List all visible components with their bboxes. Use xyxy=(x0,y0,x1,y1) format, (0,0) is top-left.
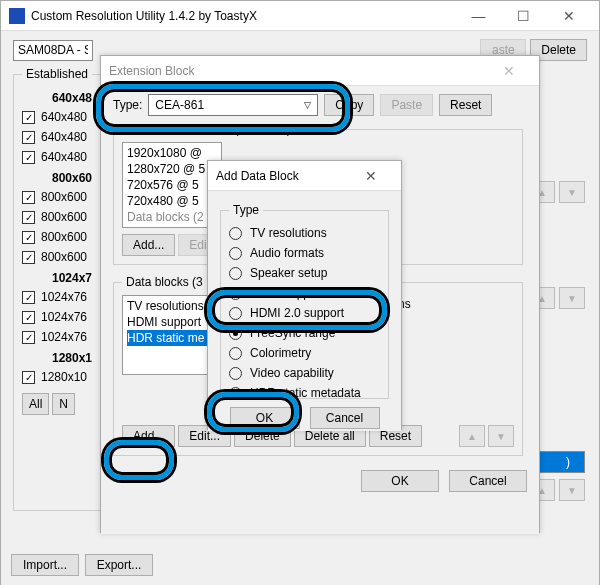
radio-label: FreeSync range xyxy=(250,326,335,340)
checkbox[interactable]: ✓ xyxy=(22,151,35,164)
checkbox[interactable]: ✓ xyxy=(22,311,35,324)
checkbox[interactable]: ✓ xyxy=(22,371,35,384)
chevron-down-icon: ▽ xyxy=(304,100,311,110)
radio-label: TV resolutions xyxy=(250,226,327,240)
checkbox[interactable]: ✓ xyxy=(22,111,35,124)
est-label: 640x480 xyxy=(41,110,87,124)
est-label: 640x480 xyxy=(41,150,87,164)
ext-title: Extension Block xyxy=(109,64,486,78)
est-label: 800x600 xyxy=(41,210,87,224)
radio-label: Audio formats xyxy=(250,246,324,260)
est-header: 1280x1 xyxy=(22,351,92,365)
down-arrow[interactable]: ▼ xyxy=(559,181,585,203)
radio-hdr-static-metadata[interactable]: HDR static metadata xyxy=(229,383,380,403)
detres-legend: Detailed resolutions (1 slot left) xyxy=(122,122,295,136)
est-label: 800x600 xyxy=(41,250,87,264)
ext-close-button[interactable]: ✕ xyxy=(486,57,531,85)
checkbox[interactable]: ✓ xyxy=(22,131,35,144)
copy-button[interactable]: Copy xyxy=(324,94,374,116)
radio-hdmi-support[interactable]: HDMI support xyxy=(229,283,380,303)
established-fieldset: Established 640x48✓640x480✓640x480✓640x4… xyxy=(13,67,101,511)
addblock-title: Add Data Block xyxy=(216,169,348,183)
est-label: 1280x10 xyxy=(41,370,87,384)
app-icon xyxy=(9,8,25,24)
detres-item[interactable]: 1920x1080 @ xyxy=(127,145,217,161)
radio-label: Colorimetry xyxy=(250,346,311,360)
est-label: 1024x76 xyxy=(41,330,87,344)
import-button[interactable]: Import... xyxy=(11,554,79,576)
db-up[interactable]: ▲ xyxy=(459,425,485,447)
main-titlebar: Custom Resolution Utility 1.4.2 by Toast… xyxy=(1,1,599,31)
ext-cancel[interactable]: Cancel xyxy=(449,470,527,492)
radio-label: Video capability xyxy=(250,366,334,380)
reset-button[interactable]: Reset xyxy=(439,94,492,116)
type-fieldset: Type TV resolutionsAudio formatsSpeaker … xyxy=(220,203,389,399)
addblock-ok[interactable]: OK xyxy=(230,407,300,429)
radio-tv-resolutions[interactable]: TV resolutions xyxy=(229,223,380,243)
radio-freesync-range[interactable]: FreeSync range xyxy=(229,323,380,343)
est-header: 1024x7 xyxy=(22,271,92,285)
radio-label: HDR static metadata xyxy=(250,386,361,400)
db-item[interactable]: HDMI support xyxy=(127,314,211,330)
radio-label: Speaker setup xyxy=(250,266,327,280)
est-header: 640x48 xyxy=(22,91,92,105)
n-button[interactable]: N xyxy=(52,393,75,415)
radio-speaker-setup[interactable]: Speaker setup xyxy=(229,263,380,283)
checkbox[interactable]: ✓ xyxy=(22,251,35,264)
radio-video-capability[interactable]: Video capability xyxy=(229,363,380,383)
radio-colorimetry[interactable]: Colorimetry xyxy=(229,343,380,363)
type-label: Type: xyxy=(113,98,142,112)
type-select[interactable]: CEA-861▽ xyxy=(148,94,318,116)
db-legend: Data blocks (3 xyxy=(122,275,207,289)
close-button[interactable]: ✕ xyxy=(546,2,591,30)
detres-add[interactable]: Add... xyxy=(122,234,175,256)
db-list[interactable]: TV resolutionsHDMI supportHDR static me xyxy=(122,295,216,375)
radio-label: HDMI 2.0 support xyxy=(250,306,344,320)
minimize-button[interactable]: — xyxy=(456,2,501,30)
checkbox[interactable]: ✓ xyxy=(22,211,35,224)
detres-item[interactable]: 720x576 @ 5 xyxy=(127,177,217,193)
checkbox[interactable]: ✓ xyxy=(22,191,35,204)
maximize-button[interactable]: ☐ xyxy=(501,2,546,30)
paste-button-2[interactable]: Paste xyxy=(380,94,433,116)
export-button[interactable]: Export... xyxy=(85,554,153,576)
checkbox[interactable]: ✓ xyxy=(22,231,35,244)
checkbox[interactable]: ✓ xyxy=(22,331,35,344)
radio-hdmi-2-0-support[interactable]: HDMI 2.0 support xyxy=(229,303,380,323)
all-button[interactable]: All xyxy=(22,393,49,415)
ext-ok[interactable]: OK xyxy=(361,470,439,492)
established-legend: Established xyxy=(22,67,92,81)
add-data-block-dialog: Add Data Block ✕ Type TV resolutionsAudi… xyxy=(207,160,402,430)
type-legend: Type xyxy=(229,203,263,217)
addblock-cancel[interactable]: Cancel xyxy=(310,407,380,429)
checkbox[interactable]: ✓ xyxy=(22,291,35,304)
down-arrow-2[interactable]: ▼ xyxy=(559,287,585,309)
est-label: 1024x76 xyxy=(41,310,87,324)
db-item[interactable]: HDR static me xyxy=(127,330,211,346)
est-label: 800x600 xyxy=(41,190,87,204)
radio-label: HDMI support xyxy=(250,286,324,300)
main-title: Custom Resolution Utility 1.4.2 by Toast… xyxy=(31,9,456,23)
down-arrow-3[interactable]: ▼ xyxy=(559,479,585,501)
detres-item[interactable]: 720x480 @ 5 xyxy=(127,193,217,209)
radio-audio-formats[interactable]: Audio formats xyxy=(229,243,380,263)
est-label: 1024x76 xyxy=(41,290,87,304)
detres-item[interactable]: 1280x720 @ 5 xyxy=(127,161,217,177)
db-add[interactable]: Add... xyxy=(122,425,175,447)
display-combo[interactable] xyxy=(13,40,93,61)
est-header: 800x60 xyxy=(22,171,92,185)
db-item[interactable]: TV resolutions xyxy=(127,298,211,314)
addblock-close[interactable]: ✕ xyxy=(348,162,393,190)
est-label: 640x480 xyxy=(41,130,87,144)
detres-item[interactable]: Data blocks (2 xyxy=(127,209,217,225)
db-down[interactable]: ▼ xyxy=(488,425,514,447)
est-label: 800x600 xyxy=(41,230,87,244)
